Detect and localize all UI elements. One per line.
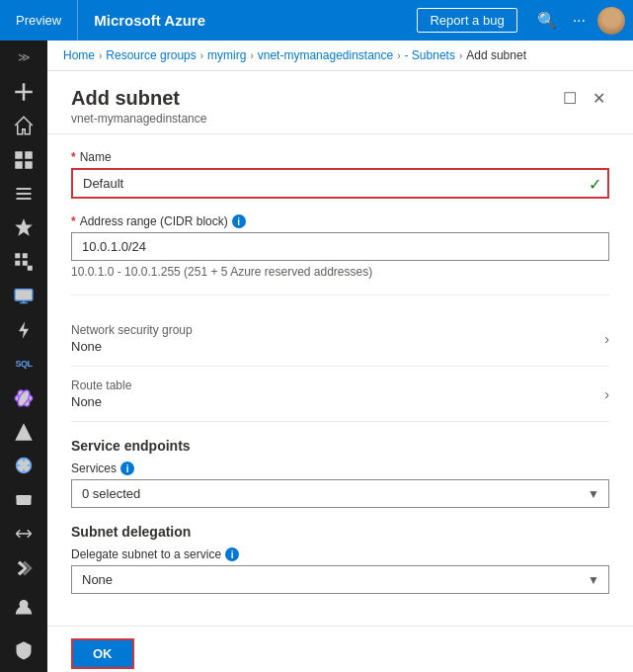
sidebar-item-shield[interactable]	[0, 629, 47, 672]
sidebar-item-storage[interactable]	[0, 483, 47, 517]
name-input-wrapper: ✓	[71, 168, 609, 199]
route-chevron-icon: ›	[604, 386, 609, 402]
svg-rect-13	[15, 290, 33, 300]
services-dropdown[interactable]: 0 selected	[71, 479, 609, 508]
address-input[interactable]	[71, 232, 609, 261]
sidebar-item-dashboard[interactable]	[0, 142, 47, 176]
user-avatar[interactable]	[597, 7, 625, 35]
services-info-icon[interactable]: i	[120, 462, 134, 475]
name-input[interactable]	[71, 168, 609, 199]
delegate-label: Delegate subnet to a service i	[71, 547, 609, 561]
more-options-icon[interactable]: ···	[569, 8, 590, 34]
route-value: None	[71, 394, 131, 409]
breadcrumb-sep-1: ›	[99, 50, 102, 61]
main-layout: ≫ SQL	[0, 41, 633, 672]
svg-marker-20	[15, 423, 33, 441]
panel-subtitle: vnet-mymanagedinstance	[71, 112, 206, 126]
sidebar-item-lightning[interactable]	[0, 313, 47, 347]
close-button[interactable]: ✕	[589, 87, 609, 110]
search-icon[interactable]: 🔍	[533, 7, 561, 34]
sidebar-item-monitor[interactable]	[0, 415, 47, 449]
app-title: Microsoft Azure	[78, 12, 417, 29]
sidebar-item-create[interactable]	[0, 74, 47, 108]
maximize-button[interactable]: ☐	[559, 87, 581, 110]
svg-rect-10	[15, 261, 20, 266]
panel-title: Add subnet	[71, 87, 206, 110]
svg-rect-1	[25, 151, 33, 159]
sidebar-item-all-services[interactable]	[0, 177, 47, 210]
content-area: Home › Resource groups › mymirg › vnet-m…	[47, 41, 633, 672]
breadcrumb-sep-3: ›	[250, 50, 253, 61]
breadcrumb-resource-groups[interactable]: Resource groups	[106, 48, 196, 62]
breadcrumb-current: Add subnet	[466, 48, 526, 62]
sidebar-item-cosmos[interactable]	[0, 380, 47, 414]
breadcrumb-vnet[interactable]: vnet-mymanagedinstance	[258, 48, 393, 62]
services-label: Services i	[71, 462, 609, 475]
sidebar: ≫ SQL	[0, 41, 47, 672]
report-bug-button[interactable]: Report a bug	[417, 8, 516, 33]
svg-rect-8	[15, 253, 20, 258]
breadcrumb-sep-4: ›	[397, 50, 400, 61]
sidebar-item-vm[interactable]	[0, 279, 47, 312]
panel-title-section: Add subnet vnet-mymanagedinstance	[71, 87, 206, 126]
sidebar-item-sql[interactable]: SQL	[0, 347, 47, 380]
sidebar-item-favorites[interactable]	[0, 210, 47, 244]
address-required-marker: *	[71, 214, 76, 228]
ok-button[interactable]: OK	[71, 638, 134, 669]
route-row[interactable]: Route table None ›	[71, 367, 609, 422]
delegate-dropdown[interactable]: None	[71, 565, 609, 594]
subnet-delegation-title: Subnet delegation	[71, 524, 609, 540]
svg-marker-7	[15, 219, 33, 237]
route-label: Route table	[71, 378, 131, 392]
sidebar-item-account[interactable]	[0, 585, 47, 629]
svg-rect-2	[15, 161, 23, 169]
panel-controls: ☐ ✕	[559, 87, 609, 110]
sidebar-item-kubernetes[interactable]	[0, 449, 47, 482]
nsg-row[interactable]: Network security group None ›	[71, 311, 609, 367]
svg-marker-16	[19, 321, 29, 339]
delegate-info-icon[interactable]: i	[225, 547, 239, 561]
panel: Add subnet vnet-mymanagedinstance ☐ ✕ * …	[47, 71, 633, 672]
delegate-dropdown-wrapper: None ▼	[71, 565, 609, 594]
svg-rect-9	[23, 253, 28, 258]
breadcrumb-subnets[interactable]: - Subnets	[405, 48, 455, 62]
sidebar-item-resources[interactable]	[0, 245, 47, 279]
sidebar-item-functions[interactable]	[0, 551, 47, 585]
nsg-chevron-icon: ›	[604, 331, 609, 347]
address-hint: 10.0.1.0 - 10.0.1.255 (251 + 5 Azure res…	[71, 265, 609, 279]
breadcrumb-mymirg[interactable]: mymirg	[207, 48, 246, 62]
panel-footer: OK	[47, 626, 633, 672]
svg-rect-27	[17, 495, 32, 499]
nsg-label: Network security group	[71, 323, 193, 337]
svg-rect-11	[23, 261, 28, 266]
services-field-group: Services i 0 selected ▼	[71, 462, 609, 508]
preview-label[interactable]: Preview	[0, 0, 78, 41]
panel-body: * Name ✓ * Address range (CIDR block) i	[47, 134, 633, 626]
svg-rect-0	[15, 151, 23, 159]
delegate-field-group: Delegate subnet to a service i None ▼	[71, 547, 609, 594]
address-label: * Address range (CIDR block) i	[71, 214, 609, 228]
sidebar-item-home[interactable]	[0, 109, 47, 142]
topbar-icons: 🔍 ···	[525, 7, 633, 35]
route-info: Route table None	[71, 378, 131, 409]
sidebar-item-expand[interactable]: ≫	[0, 41, 47, 74]
breadcrumb-sep-5: ›	[459, 50, 462, 61]
breadcrumb: Home › Resource groups › mymirg › vnet-m…	[47, 41, 633, 71]
address-field-group: * Address range (CIDR block) i 10.0.1.0 …	[71, 214, 609, 279]
nsg-info: Network security group None	[71, 323, 193, 354]
service-endpoints-title: Service endpoints	[71, 438, 609, 454]
name-field-group: * Name ✓	[71, 150, 609, 199]
services-dropdown-wrapper: 0 selected ▼	[71, 479, 609, 508]
divider-1	[71, 294, 609, 295]
name-label: * Name	[71, 150, 609, 164]
panel-header: Add subnet vnet-mymanagedinstance ☐ ✕	[47, 71, 633, 134]
sidebar-item-api[interactable]	[0, 517, 47, 550]
name-checkmark-icon: ✓	[589, 174, 601, 193]
nsg-value: None	[71, 339, 193, 354]
svg-rect-12	[28, 266, 33, 271]
breadcrumb-home[interactable]: Home	[63, 48, 95, 62]
breadcrumb-sep-2: ›	[200, 50, 203, 61]
name-required-marker: *	[71, 150, 76, 164]
address-info-icon[interactable]: i	[232, 214, 246, 228]
svg-rect-3	[25, 161, 33, 169]
